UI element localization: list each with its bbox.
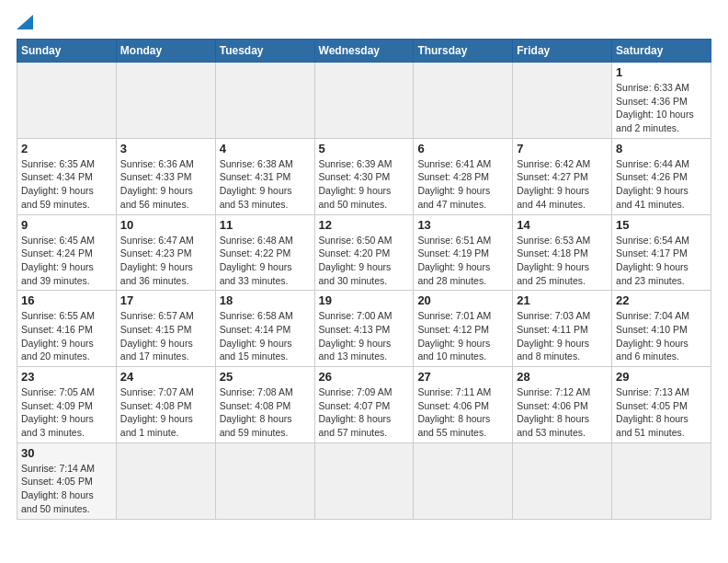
day-info: Sunrise: 7:04 AM Sunset: 4:10 PM Dayligh… [616,309,707,363]
day-number: 28 [517,370,608,384]
table-row: 4Sunrise: 6:38 AM Sunset: 4:31 PM Daylig… [215,138,314,214]
header [17,17,711,29]
header-friday: Friday [513,40,612,63]
day-number: 22 [616,293,707,307]
table-row: 25Sunrise: 7:08 AM Sunset: 4:08 PM Dayli… [215,367,314,443]
table-row: 23Sunrise: 7:05 AM Sunset: 4:09 PM Dayli… [17,367,117,443]
day-number: 8 [616,142,707,155]
day-info: Sunrise: 6:39 AM Sunset: 4:30 PM Dayligh… [319,157,410,212]
day-number: 2 [21,142,112,155]
table-row: 13Sunrise: 6:51 AM Sunset: 4:19 PM Dayli… [414,214,513,291]
day-info: Sunrise: 6:54 AM Sunset: 4:17 PM Dayligh… [616,234,707,288]
table-row [116,63,215,139]
table-row [414,63,513,139]
table-row: 8Sunrise: 6:44 AM Sunset: 4:26 PM Daylig… [612,138,711,214]
table-row: 10Sunrise: 6:47 AM Sunset: 4:23 PM Dayli… [116,214,215,291]
day-number: 23 [21,370,112,384]
calendar-table: Sunday Monday Tuesday Wednesday Thursday… [17,39,711,520]
table-row: 22Sunrise: 7:04 AM Sunset: 4:10 PM Dayli… [612,291,711,367]
day-number: 9 [21,218,112,232]
day-info: Sunrise: 6:58 AM Sunset: 4:14 PM Dayligh… [220,309,311,363]
day-info: Sunrise: 6:55 AM Sunset: 4:16 PM Dayligh… [21,309,112,363]
day-info: Sunrise: 7:09 AM Sunset: 4:07 PM Dayligh… [319,385,410,440]
day-number: 11 [220,218,311,232]
day-number: 25 [220,370,311,384]
table-row: 19Sunrise: 7:00 AM Sunset: 4:13 PM Dayli… [314,291,414,367]
day-number: 16 [21,293,112,307]
day-number: 5 [319,142,410,155]
table-row [314,442,414,519]
logo-triangle-icon [17,15,33,29]
day-info: Sunrise: 6:42 AM Sunset: 4:27 PM Dayligh… [517,157,608,212]
day-number: 6 [417,142,508,155]
day-info: Sunrise: 7:01 AM Sunset: 4:12 PM Dayligh… [417,309,508,363]
table-row: 27Sunrise: 7:11 AM Sunset: 4:06 PM Dayli… [414,367,513,443]
table-row: 17Sunrise: 6:57 AM Sunset: 4:15 PM Dayli… [116,291,215,367]
table-row [612,442,711,519]
day-info: Sunrise: 7:13 AM Sunset: 4:05 PM Dayligh… [616,385,707,440]
day-info: Sunrise: 7:07 AM Sunset: 4:08 PM Dayligh… [120,385,211,440]
day-info: Sunrise: 7:11 AM Sunset: 4:06 PM Dayligh… [417,385,508,440]
table-row: 24Sunrise: 7:07 AM Sunset: 4:08 PM Dayli… [116,367,215,443]
table-row: 14Sunrise: 6:53 AM Sunset: 4:18 PM Dayli… [513,214,612,291]
header-tuesday: Tuesday [215,40,314,63]
day-number: 3 [120,142,211,155]
table-row: 12Sunrise: 6:50 AM Sunset: 4:20 PM Dayli… [314,214,414,291]
day-info: Sunrise: 6:36 AM Sunset: 4:33 PM Dayligh… [120,157,211,212]
day-info: Sunrise: 6:53 AM Sunset: 4:18 PM Dayligh… [517,234,608,288]
table-row [215,63,314,139]
day-number: 24 [120,370,211,384]
header-monday: Monday [116,40,215,63]
table-row [513,63,612,139]
table-row [314,63,414,139]
table-row: 28Sunrise: 7:12 AM Sunset: 4:06 PM Dayli… [513,367,612,443]
day-number: 10 [120,218,211,232]
table-row: 16Sunrise: 6:55 AM Sunset: 4:16 PM Dayli… [17,291,117,367]
table-row: 2Sunrise: 6:35 AM Sunset: 4:34 PM Daylig… [17,138,117,214]
table-row: 29Sunrise: 7:13 AM Sunset: 4:05 PM Dayli… [612,367,711,443]
table-row: 9Sunrise: 6:45 AM Sunset: 4:24 PM Daylig… [17,214,117,291]
table-row: 5Sunrise: 6:39 AM Sunset: 4:30 PM Daylig… [314,138,414,214]
day-info: Sunrise: 6:51 AM Sunset: 4:19 PM Dayligh… [417,234,508,288]
day-number: 15 [616,218,707,232]
table-row [116,442,215,519]
table-row: 3Sunrise: 6:36 AM Sunset: 4:33 PM Daylig… [116,138,215,214]
day-number: 7 [517,142,608,155]
table-row: 1Sunrise: 6:33 AM Sunset: 4:36 PM Daylig… [612,63,711,139]
table-row [215,442,314,519]
day-number: 21 [517,293,608,307]
day-number: 1 [616,65,707,79]
day-number: 30 [21,446,112,460]
table-row: 11Sunrise: 6:48 AM Sunset: 4:22 PM Dayli… [215,214,314,291]
day-info: Sunrise: 7:08 AM Sunset: 4:08 PM Dayligh… [220,385,311,440]
day-info: Sunrise: 6:48 AM Sunset: 4:22 PM Dayligh… [220,234,311,288]
day-number: 20 [417,293,508,307]
day-info: Sunrise: 7:03 AM Sunset: 4:11 PM Dayligh… [517,309,608,363]
day-info: Sunrise: 6:47 AM Sunset: 4:23 PM Dayligh… [120,234,211,288]
day-info: Sunrise: 6:44 AM Sunset: 4:26 PM Dayligh… [616,157,707,212]
day-info: Sunrise: 6:33 AM Sunset: 4:36 PM Dayligh… [616,81,707,135]
day-info: Sunrise: 6:38 AM Sunset: 4:31 PM Dayligh… [220,157,311,212]
table-row: 7Sunrise: 6:42 AM Sunset: 4:27 PM Daylig… [513,138,612,214]
header-wednesday: Wednesday [314,40,414,63]
page: Sunday Monday Tuesday Wednesday Thursday… [0,0,728,563]
table-row: 20Sunrise: 7:01 AM Sunset: 4:12 PM Dayli… [414,291,513,367]
day-info: Sunrise: 7:00 AM Sunset: 4:13 PM Dayligh… [319,309,410,363]
day-info: Sunrise: 6:57 AM Sunset: 4:15 PM Dayligh… [120,309,211,363]
day-info: Sunrise: 6:41 AM Sunset: 4:28 PM Dayligh… [417,157,508,212]
table-row [414,442,513,519]
day-info: Sunrise: 6:45 AM Sunset: 4:24 PM Dayligh… [21,234,112,288]
day-number: 17 [120,293,211,307]
day-info: Sunrise: 7:12 AM Sunset: 4:06 PM Dayligh… [517,385,608,440]
table-row: 26Sunrise: 7:09 AM Sunset: 4:07 PM Dayli… [314,367,414,443]
table-row: 21Sunrise: 7:03 AM Sunset: 4:11 PM Dayli… [513,291,612,367]
day-number: 29 [616,370,707,384]
calendar-header-row: Sunday Monday Tuesday Wednesday Thursday… [17,40,711,63]
day-number: 14 [517,218,608,232]
day-number: 13 [417,218,508,232]
table-row: 30Sunrise: 7:14 AM Sunset: 4:05 PM Dayli… [17,442,117,519]
header-sunday: Sunday [17,40,117,63]
day-info: Sunrise: 6:35 AM Sunset: 4:34 PM Dayligh… [21,157,112,212]
logo [17,17,35,29]
table-row [513,442,612,519]
